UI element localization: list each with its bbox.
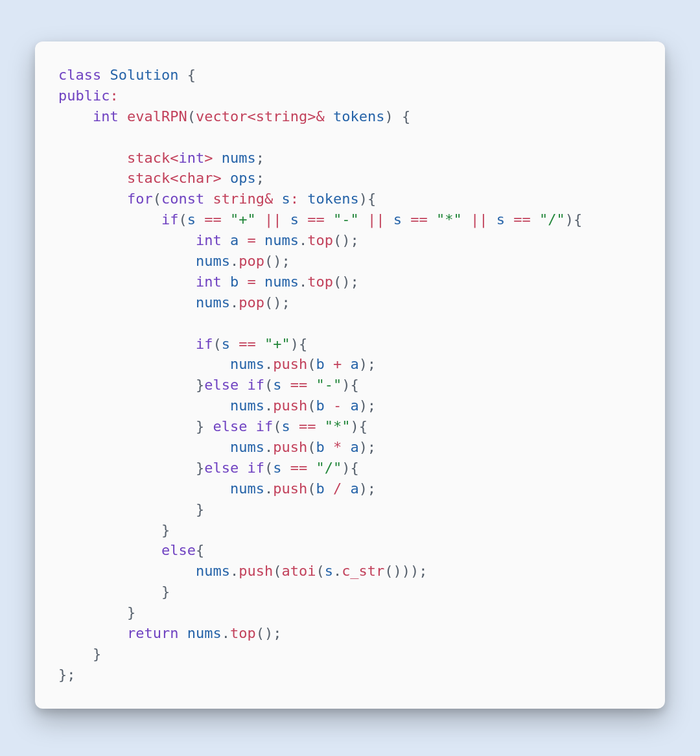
code-token: Solution	[110, 67, 178, 83]
code-token: b	[316, 356, 324, 372]
code-token: ) {	[384, 108, 410, 124]
code-token: ){	[342, 377, 359, 393]
code-token	[101, 67, 110, 83]
code-token: const	[161, 191, 204, 207]
code-token: b	[316, 397, 324, 414]
code-token: =	[247, 274, 255, 290]
code-token: );	[359, 397, 377, 414]
code-token: >	[204, 150, 213, 166]
code-token: nums	[230, 397, 264, 414]
code-token: push	[273, 480, 307, 497]
code-token: .	[299, 232, 307, 248]
code-token	[196, 211, 204, 228]
code-token: <	[247, 108, 255, 124]
code-token: .	[333, 563, 342, 579]
code-token	[58, 397, 230, 414]
code-token: ==	[410, 211, 428, 228]
code-token	[281, 460, 290, 476]
code-token: push	[239, 563, 273, 579]
code-token: b	[316, 480, 324, 497]
code-token: stack	[127, 170, 170, 186]
code-token	[428, 211, 436, 228]
code-token	[58, 108, 93, 124]
code-token	[325, 480, 333, 497]
code-token	[325, 108, 333, 124]
code-token: :	[290, 191, 299, 207]
code-token: };	[58, 667, 76, 683]
code-token: push	[273, 356, 307, 372]
code-token	[213, 150, 221, 166]
code-token	[239, 377, 247, 393]
code-token: ){	[359, 191, 377, 207]
code-token	[281, 377, 290, 393]
code-token	[58, 625, 127, 641]
code-token: .	[264, 356, 273, 372]
code-token: nums	[196, 253, 230, 269]
code-token: a	[230, 232, 239, 248]
code-token: atoi	[281, 563, 316, 579]
code-token: if	[247, 377, 264, 393]
code-token: "*"	[325, 418, 351, 434]
code-token: else	[213, 418, 247, 434]
code-token: else	[204, 377, 239, 393]
code-token: if	[161, 211, 179, 228]
code-token: .	[264, 439, 273, 455]
code-token: push	[273, 439, 307, 455]
code-token: ){	[350, 418, 368, 434]
code-token	[342, 439, 350, 455]
code-token: ==	[204, 211, 222, 228]
code-token: }	[58, 377, 204, 393]
code-token	[58, 150, 127, 166]
code-token: (	[307, 397, 316, 414]
code-token: >	[213, 170, 221, 186]
code-token	[58, 480, 230, 497]
code-token: ();	[264, 294, 290, 311]
code-token: "*"	[436, 211, 462, 228]
code-token	[119, 108, 127, 124]
code-token: s	[281, 191, 290, 207]
code-token	[487, 211, 496, 228]
code-token: {	[178, 67, 196, 83]
code-token: push	[273, 397, 307, 414]
code-token	[204, 191, 213, 207]
code-token: .	[222, 625, 230, 641]
code-token	[222, 170, 230, 186]
code-token	[299, 211, 307, 228]
code-token: for	[127, 191, 153, 207]
code-token: ;	[256, 150, 264, 166]
code-token: :	[110, 88, 118, 104]
code-token: nums	[230, 439, 264, 455]
code-token: (	[307, 439, 316, 455]
code-token: ||	[471, 211, 488, 228]
code-token: );	[359, 356, 377, 372]
code-token: nums	[264, 232, 299, 248]
code-token	[239, 232, 247, 248]
code-token: *	[333, 439, 342, 455]
code-token: .	[264, 480, 273, 497]
code-token: (	[307, 356, 316, 372]
code-token	[58, 294, 196, 311]
code-token: }	[58, 646, 101, 662]
code-token	[359, 211, 368, 228]
code-card: class Solution { public: int evalRPN(vec…	[35, 41, 665, 709]
code-token: ==	[290, 377, 308, 393]
code-token: top	[230, 625, 256, 641]
code-token	[256, 211, 264, 228]
code-token: ops	[230, 170, 256, 186]
code-token: ()));	[384, 563, 427, 579]
code-token: -	[333, 397, 342, 414]
code-token: .	[264, 397, 273, 414]
code-token: pop	[239, 253, 264, 269]
code-token: s	[281, 418, 290, 434]
code-token: ==	[290, 460, 308, 476]
code-token: ;	[256, 170, 264, 186]
code-token: s	[393, 211, 402, 228]
code-token: s	[290, 211, 299, 228]
code-token	[307, 460, 316, 476]
code-token	[273, 191, 281, 207]
code-token: s	[222, 336, 230, 352]
code-token: int	[196, 274, 222, 290]
code-token	[505, 211, 513, 228]
code-token: nums	[222, 150, 256, 166]
code-token	[222, 211, 230, 228]
